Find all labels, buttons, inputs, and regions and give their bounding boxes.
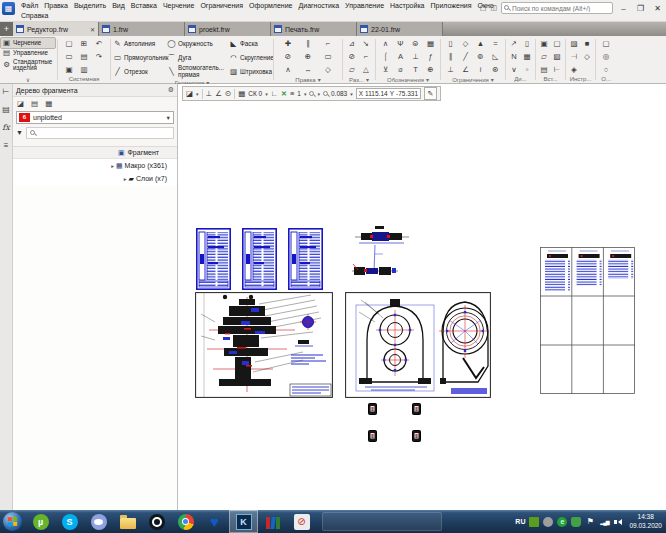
- style-picker-icon[interactable]: ✎: [424, 87, 437, 100]
- expand-arrow-icon[interactable]: ▸: [124, 176, 127, 182]
- constraint-tool-icon[interactable]: ╱: [459, 52, 473, 61]
- system-tool-icon[interactable]: ▣: [62, 65, 76, 74]
- instrument-tool-icon[interactable]: ◈: [567, 65, 581, 74]
- layers-tool-icon[interactable]: ▤: [31, 99, 38, 108]
- geometry-tool-button[interactable]: ╱Отрезок: [113, 68, 167, 76]
- menu-item[interactable]: Вставка: [128, 1, 160, 10]
- tab-reduktor[interactable]: Редуктор.frw ✕: [13, 22, 99, 36]
- notation-tool-icon[interactable]: Ψ: [394, 39, 408, 48]
- grid-icon[interactable]: ▦: [238, 89, 245, 98]
- system-tool-icon[interactable]: ▥: [77, 65, 91, 74]
- menu-item[interactable]: Настройка: [387, 1, 427, 10]
- geometry-tool-button[interactable]: ✎Автолиния: [113, 40, 167, 48]
- system-tool-icon[interactable]: ⊞: [77, 39, 91, 48]
- edit-tool-icon[interactable]: ◇: [321, 65, 335, 74]
- insert-tool-icon[interactable]: ▱: [537, 52, 551, 61]
- instrument-tool-icon[interactable]: ▨: [567, 39, 581, 48]
- dimension-tool-icon[interactable]: ⌐: [359, 52, 373, 61]
- taskbar-explorer[interactable]: [113, 510, 142, 533]
- dimension-tool-icon[interactable]: ▱: [345, 65, 359, 74]
- notation-tool-icon[interactable]: ƒ: [424, 52, 438, 61]
- geometry-tool-button[interactable]: ╲Вспомогатель... прямая: [167, 65, 229, 78]
- system-tool-icon[interactable]: ▢: [62, 39, 76, 48]
- gear-icon[interactable]: ⚙: [168, 86, 174, 94]
- constraint-tool-icon[interactable]: ⊥: [444, 65, 458, 74]
- tab-1frw[interactable]: 1.frw: [99, 22, 185, 36]
- module-tab-standard-parts[interactable]: ⚙ Стандартные изделия: [1, 58, 55, 73]
- geometry-tool-button[interactable]: ⌒Дуга: [167, 54, 229, 62]
- taskbar-steam[interactable]: [142, 510, 171, 533]
- constraint-tool-icon[interactable]: ◇: [459, 39, 473, 48]
- tab-2201[interactable]: 22-01.frw: [357, 22, 443, 36]
- drawing-sheet-grid[interactable]: [540, 247, 635, 394]
- tree-search-input[interactable]: [26, 127, 174, 139]
- tree-item-layers[interactable]: ▸ ▰ Слои (x7): [13, 172, 177, 185]
- zoom-scale-value[interactable]: 0.083: [331, 90, 347, 97]
- layers-icon[interactable]: ≡: [290, 89, 294, 98]
- edit-tool-icon[interactable]: ∥: [301, 39, 315, 48]
- other-tool-icon[interactable]: ▢: [599, 39, 613, 48]
- app-tray-icon[interactable]: e: [557, 517, 567, 527]
- chevron-down-icon[interactable]: ▾: [265, 91, 268, 97]
- dimension-tool-icon[interactable]: △: [359, 65, 373, 74]
- taskbar-chrome[interactable]: [171, 510, 200, 533]
- filter-tool-icon[interactable]: ◪: [17, 99, 24, 108]
- tab-close-icon[interactable]: ✕: [90, 26, 95, 33]
- snaps-toggle-icon[interactable]: ✕: [281, 90, 287, 98]
- dimension-tool-icon[interactable]: ⊘: [345, 52, 359, 61]
- drawing-spec-sheet-3[interactable]: [288, 228, 323, 290]
- language-indicator[interactable]: RU: [515, 518, 525, 525]
- tree-root-row[interactable]: ▣ Фрагмент: [13, 146, 177, 159]
- chevron-down-icon[interactable]: ▾: [196, 91, 199, 97]
- taskbar-window-button[interactable]: [322, 512, 442, 531]
- chevron-down-icon[interactable]: ▾: [317, 91, 320, 97]
- geometry-tool-button[interactable]: ▨Штриховка: [229, 68, 271, 76]
- constraint-tool-icon[interactable]: ▲: [474, 39, 488, 48]
- drawing-spec-sheet-2[interactable]: [242, 228, 277, 290]
- menu-item[interactable]: Черчение: [160, 1, 198, 10]
- insert-tool-icon[interactable]: ▣: [537, 39, 551, 48]
- notation-tool-icon[interactable]: ∧: [379, 39, 393, 48]
- taskbar-winrar[interactable]: [258, 510, 287, 533]
- taskbar-health[interactable]: ♥: [200, 510, 229, 533]
- start-button[interactable]: [3, 512, 22, 531]
- system-tool-icon[interactable]: ▭: [62, 52, 76, 61]
- restore-button[interactable]: ❐: [634, 4, 647, 13]
- snap-angle-icon[interactable]: ∠: [215, 89, 222, 98]
- active-layer-dropdown[interactable]: 1: [297, 90, 301, 97]
- geometry-tool-button[interactable]: ◠Скругление: [229, 54, 271, 62]
- system-tool-icon[interactable]: ▤: [77, 52, 91, 61]
- module-tab-drawing[interactable]: ▣ Черчение: [1, 38, 55, 48]
- image-tool-icon[interactable]: ▦: [45, 99, 52, 108]
- edit-tool-icon[interactable]: ⊘: [281, 52, 295, 61]
- parameters-panel-icon[interactable]: ▤: [2, 105, 10, 114]
- minimize-button[interactable]: –: [617, 4, 630, 13]
- menu-item-help[interactable]: Справка: [18, 11, 51, 20]
- taskbar-discord[interactable]: [84, 510, 113, 533]
- edit-tool-icon[interactable]: ∧: [281, 65, 295, 74]
- constraint-tool-icon[interactable]: ∥: [444, 52, 458, 61]
- notation-tool-icon[interactable]: ▦: [424, 39, 438, 48]
- insert-tool-icon[interactable]: ▧: [550, 52, 564, 61]
- taskbar-viewer[interactable]: ⊘: [287, 510, 316, 533]
- constraint-tool-icon[interactable]: ≀: [474, 65, 488, 74]
- menu-item[interactable]: Вид: [109, 1, 128, 10]
- notation-tool-icon[interactable]: ⊥: [409, 52, 423, 61]
- edit-tool-icon[interactable]: ⌐: [321, 39, 335, 48]
- edit-tool-icon[interactable]: ↔: [301, 65, 315, 74]
- drawing-spec-sheet-1[interactable]: [196, 228, 231, 290]
- coordinate-system-dropdown[interactable]: СК 0: [248, 90, 262, 97]
- diagnostic-tool-icon[interactable]: ▦: [520, 52, 534, 61]
- network-signal-icon[interactable]: ▂▄▆: [599, 517, 609, 527]
- instrument-tool-icon[interactable]: ◇: [580, 52, 594, 61]
- drawing-shaft-bottom[interactable]: [352, 262, 398, 278]
- menu-item[interactable]: Выделить: [71, 1, 109, 10]
- variables-panel-icon[interactable]: fx: [2, 123, 9, 132]
- menu-item[interactable]: Файл: [18, 1, 41, 10]
- dimension-tool-icon[interactable]: ⊿: [345, 39, 359, 48]
- diagnostic-tool-icon[interactable]: ▫: [520, 65, 534, 74]
- drawing-fastener[interactable]: [412, 430, 421, 442]
- instrument-tool-icon[interactable]: ■: [580, 39, 594, 48]
- new-tab-button[interactable]: +: [0, 22, 13, 36]
- snap-perpendicular-icon[interactable]: ⊥: [206, 89, 213, 98]
